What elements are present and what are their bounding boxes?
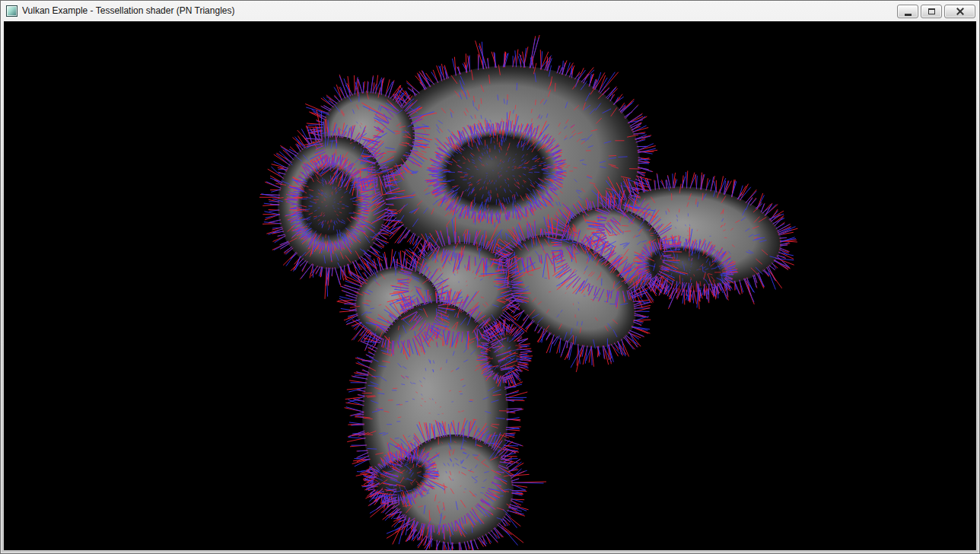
render-viewport[interactable] — [4, 21, 976, 550]
window-controls — [897, 4, 975, 18]
close-button[interactable] — [944, 5, 975, 18]
title-bar[interactable]: Vulkan Example - Tessellation shader (PN… — [1, 1, 979, 21]
maximize-button[interactable] — [921, 5, 942, 18]
minimize-button[interactable] — [897, 5, 918, 18]
minimize-icon — [905, 14, 912, 16]
app-icon — [6, 5, 18, 17]
window-title: Vulkan Example - Tessellation shader (PN… — [22, 5, 234, 16]
close-icon — [956, 8, 964, 15]
app-window: Vulkan Example - Tessellation shader (PN… — [0, 0, 980, 554]
vulkan-render-canvas[interactable] — [4, 21, 976, 550]
maximize-icon — [928, 8, 935, 14]
